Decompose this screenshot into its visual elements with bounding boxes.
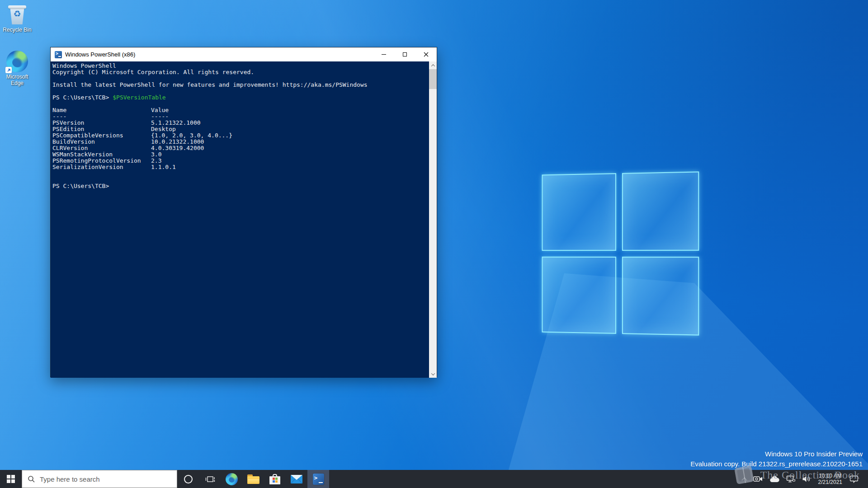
shortcut-arrow-icon [5,67,12,73]
chevron-up-icon [741,477,747,483]
cortana-button[interactable] [177,470,199,488]
windows-hero-logo [542,171,699,335]
powershell-window: > Windows PowerShell (x86) Windows Power… [50,47,437,377]
recycle-symbol: ♻ [7,9,27,18]
desktop-icon-microsoft-edge[interactable]: Microsoft Edge [0,51,34,86]
scroll-up-icon[interactable] [429,62,437,69]
table-row: PSEditionDesktop [52,126,427,132]
windows-logo-pane [542,256,616,333]
start-button[interactable] [0,470,22,488]
watermark-line: Windows 10 Pro Insider Preview [690,449,863,459]
action-center-icon [850,475,858,483]
table-row: PSCompatibleVersions{1.0, 2.0, 3.0, 4.0.… [52,132,427,139]
edge-icon [6,51,28,72]
windows-logo-pane [622,257,699,336]
insider-build-watermark: Windows 10 Pro Insider Preview Evaluatio… [690,449,863,469]
cortana-icon [184,475,193,483]
scroll-down-icon[interactable] [429,371,437,377]
hidden-icons-button[interactable] [741,470,748,488]
taskbar-file-explorer-button[interactable] [242,470,264,488]
console-prompt-line: PS C:\Users\TCB> [52,183,427,189]
window-titlebar[interactable]: > Windows PowerShell (x86) [51,47,437,61]
network-button[interactable] [785,470,797,488]
taskbar-empty-area [329,470,741,488]
desktop-icon-label: Recycle Bin [3,27,31,33]
minimize-icon [382,54,386,55]
console-line: Copyright (C) Microsoft Corporation. All… [52,69,427,75]
watermark-line: Evaluation copy. Build 21322.rs_prerelea… [690,459,863,469]
console-line: Windows PowerShell [52,63,427,69]
minimize-button[interactable] [373,47,394,61]
typed-command: $PSVersionTable [113,94,165,101]
clock-date: 2/21/2021 [818,479,842,485]
system-tray: 10:10 AM 2/21/2021 [741,470,868,488]
table-row: PSVersion5.1.21322.1000 [52,120,427,126]
recycle-bin-icon: ♻ [7,4,27,25]
table-row: PSRemotingProtocolVersion2.3 [52,158,427,164]
search-icon [28,475,35,483]
table-row: WSManStackVersion3.0 [52,151,427,158]
window-title: Windows PowerShell (x86) [65,51,373,58]
action-center-button[interactable] [849,470,859,488]
taskbar-clock[interactable]: 10:10 AM 2/21/2021 [816,473,844,485]
taskbar: > [0,470,868,488]
powershell-icon: > [55,51,62,58]
meet-now-button[interactable] [752,470,764,488]
taskbar-store-button[interactable] [264,470,286,488]
close-button[interactable] [415,47,437,61]
desktop-icon-recycle-bin[interactable]: ♻ Recycle Bin [0,4,34,33]
microsoft-store-icon [269,474,280,484]
windows-start-icon [7,475,15,483]
onedrive-button[interactable] [768,470,781,488]
table-row: BuildVersion10.0.21322.1000 [52,139,427,145]
taskbar-search[interactable] [22,470,177,488]
table-row: SerializationVersion1.1.0.1 [52,164,427,170]
desktop: ♻ Recycle Bin Microsoft Edge Windows 10 … [0,0,868,488]
taskbar-mail-button[interactable] [286,470,307,488]
search-input[interactable] [40,475,177,483]
file-explorer-icon [247,474,259,484]
powershell-icon: > [313,474,324,485]
console-line: Install the latest PowerShell for new fe… [52,82,427,88]
console-area[interactable]: Windows PowerShell Copyright (C) Microso… [51,61,437,378]
console-scrollbar[interactable] [429,61,437,378]
scrollbar-thumb[interactable] [429,69,437,89]
volume-button[interactable] [801,470,812,488]
task-view-button[interactable] [199,470,221,488]
speaker-icon [802,475,811,483]
desktop-icon-label: Microsoft Edge [6,74,28,86]
network-icon [786,475,795,483]
maximize-button[interactable] [394,47,415,61]
clock-time: 10:10 AM [818,473,842,479]
prompt: PS C:\Users\TCB> [52,94,109,101]
onedrive-cloud-icon [769,476,779,483]
windows-logo-pane [622,171,699,250]
close-icon [424,52,429,57]
taskbar-powershell-button[interactable]: > [307,470,329,488]
task-view-icon [205,475,215,483]
table-row: CLRVersion4.0.30319.42000 [52,145,427,151]
taskbar-edge-button[interactable] [221,470,242,488]
maximize-icon [403,52,407,56]
edge-icon [226,473,238,485]
ps-version-table-rows: PSVersion5.1.21322.1000PSEditionDesktopP… [52,120,427,170]
table-header: NameValue [52,107,427,113]
console-command-line: PS C:\Users\TCB>$PSVersionTable [52,94,427,101]
console-output: Windows PowerShell Copyright (C) Microso… [52,63,427,189]
mail-icon [291,475,302,483]
meet-now-camera-icon [753,475,763,483]
windows-logo-pane [542,173,616,250]
table-underline: --------- [52,113,427,120]
prompt: PS C:\Users\TCB> [52,183,109,189]
